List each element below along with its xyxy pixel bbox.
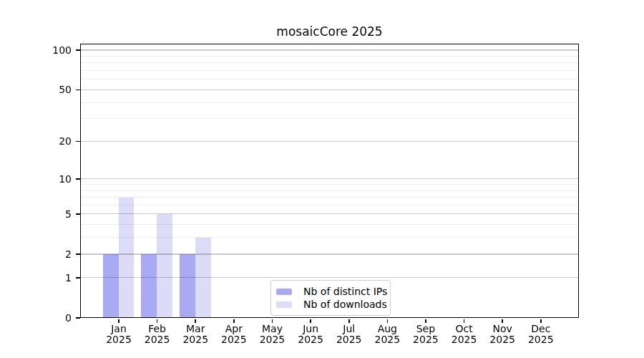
- y-tick-label-50: 50: [39, 83, 72, 96]
- y-tick-20: [76, 141, 80, 142]
- legend-item-downloads: Nb of downloads: [276, 298, 385, 311]
- x-tick-jan: [118, 319, 119, 323]
- x-tick-may: [272, 319, 273, 323]
- y-tick-100: [76, 49, 80, 51]
- x-tick-label-dec: Dec2025: [518, 324, 564, 345]
- y-tick-label-100: 100: [39, 44, 72, 57]
- y-tick-5: [76, 213, 80, 215]
- chart-canvas: mosaicCore 2025 0125102050100Jan2025Feb2…: [0, 0, 644, 358]
- legend-swatch-distinct-ips-icon: [276, 289, 292, 295]
- x-tick-dec: [540, 319, 542, 323]
- y-tick-label-0: 0: [39, 311, 72, 324]
- legend-swatch-downloads-icon: [276, 301, 292, 308]
- y-tick-1: [76, 277, 80, 279]
- x-tick-nov: [502, 319, 503, 323]
- legend-item-distinct-ips: Nb of distinct IPs: [276, 285, 385, 298]
- y-tick-label-20: 20: [39, 135, 72, 147]
- x-tick-apr: [233, 319, 235, 323]
- x-tick-aug: [387, 319, 389, 323]
- y-tick-label-1: 1: [39, 271, 72, 284]
- x-tick-oct: [464, 319, 465, 323]
- y-tick-10: [76, 178, 80, 180]
- x-tick-feb: [157, 319, 158, 323]
- legend-label-distinct-ips: Nb of distinct IPs: [303, 285, 387, 298]
- x-tick-jun: [310, 319, 311, 323]
- y-tick-2: [76, 253, 80, 255]
- legend: Nb of distinct IPs Nb of downloads: [270, 280, 391, 316]
- y-tick-label-2: 2: [39, 248, 72, 261]
- y-tick-50: [76, 90, 80, 91]
- x-tick-jul: [348, 319, 350, 323]
- y-tick-label-10: 10: [39, 173, 72, 185]
- y-tick-label-5: 5: [39, 208, 72, 221]
- y-tick-0: [76, 317, 80, 319]
- legend-label-downloads: Nb of downloads: [303, 298, 387, 311]
- x-tick-sep: [425, 319, 426, 323]
- x-tick-mar: [195, 319, 196, 323]
